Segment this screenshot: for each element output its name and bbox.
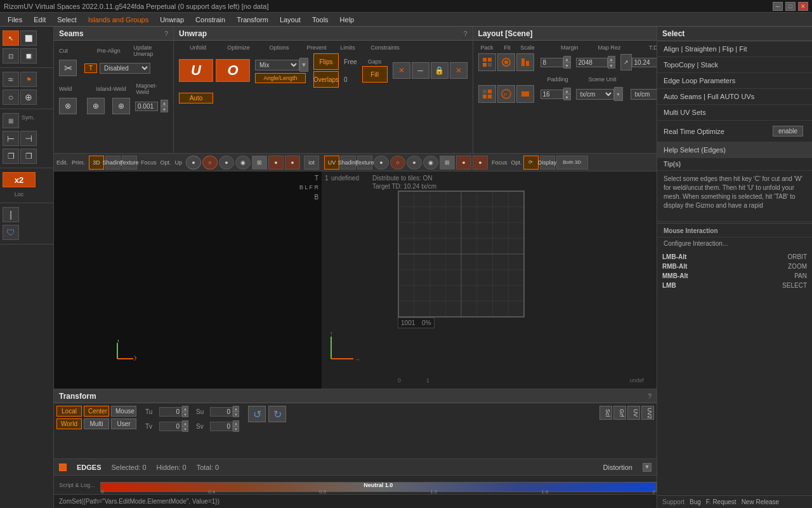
help-select-link[interactable]: Help Select (Edges) [657, 142, 812, 158]
vp-color-btn[interactable]: ● [268, 156, 284, 170]
constraint-x-btn[interactable]: ✕ [393, 62, 410, 79]
auto-btn[interactable]: Auto [179, 93, 213, 104]
mix-select[interactable]: Mix [255, 60, 299, 70]
constraint-line-btn[interactable]: ─ [412, 62, 429, 79]
globe-btn[interactable]: ⊕ [20, 90, 37, 105]
edge-loop-link[interactable]: Edge Loop Parameters [657, 73, 812, 89]
grf-tab[interactable]: Grf [613, 406, 626, 420]
constraint-lock-btn[interactable]: 🔒 [431, 62, 449, 79]
uv2-tab-btn[interactable]: UV2 [641, 406, 654, 420]
rect-select-btn[interactable]: ⬜ [20, 30, 37, 46]
sv-input[interactable] [210, 422, 233, 431]
sphere-btn[interactable]: ○ [3, 90, 19, 105]
script-log-label[interactable]: Script & Log... [54, 482, 100, 488]
menu-files[interactable]: Files [3, 15, 27, 25]
bug-link[interactable]: Bug [690, 498, 701, 505]
fit2-btn[interactable]: P [497, 85, 515, 103]
select-tool-btn[interactable]: ↖ [3, 30, 19, 46]
up-tab-3d[interactable]: Up [175, 159, 183, 166]
vp-color2-btn[interactable]: ● [285, 156, 300, 170]
padding-spin-up[interactable]: ▲ [563, 88, 571, 94]
menu-tools[interactable]: Tools [307, 15, 334, 25]
tv-spin-up[interactable]: ▲ [182, 420, 188, 426]
menu-edit[interactable]: Edit [29, 15, 51, 25]
uv-tab-btn[interactable]: UV [627, 406, 640, 420]
uv-wire-btn[interactable]: ○ [390, 156, 405, 170]
weld-spin-down[interactable]: ▼ [160, 106, 168, 112]
uv-viewport[interactable]: UV Shading Texture ● ○ ● ◉ ⊞ ● ● Focus O… [322, 154, 657, 389]
vp-wire-btn[interactable]: ○ [202, 156, 218, 170]
vp-flat-btn[interactable]: ● [219, 156, 234, 170]
magnet-weld-btn[interactable]: ⊕ [112, 98, 130, 114]
3d-viewport[interactable]: Edit. Prim. 3D Shading Texture Focus Opt… [54, 154, 322, 389]
scene-unit-expand[interactable]: ▼ [614, 87, 623, 101]
uv-sphere-btn[interactable]: ● [374, 156, 389, 170]
close-button[interactable]: ✕ [798, 2, 808, 11]
constraint-x2-btn[interactable]: ✕ [450, 62, 468, 79]
map-rez-input[interactable] [576, 58, 608, 67]
pack2-btn[interactable] [478, 85, 496, 103]
td-target-input[interactable] [632, 58, 657, 67]
uv-shading-tab[interactable]: Shading [341, 156, 356, 170]
multi-uv-link[interactable]: Multi UV Sets [657, 105, 812, 121]
mouse-btn[interactable]: Mouse [111, 406, 136, 417]
island-b-btn[interactable]: ❒ [20, 149, 37, 164]
angle-length-btn[interactable]: Angle/Length [255, 73, 306, 83]
vp-mode-btn[interactable]: iot [304, 156, 319, 170]
maximize-button[interactable]: □ [785, 2, 796, 11]
tu-input[interactable] [159, 407, 182, 417]
x2-btn[interactable]: x2 [3, 172, 36, 187]
auto-seams-link[interactable]: Auto Seams | Full AUTO UVs [657, 89, 812, 105]
menu-help[interactable]: Help [335, 15, 360, 25]
sv-spin-up[interactable]: ▲ [233, 420, 239, 426]
sym-a-btn[interactable]: ⊢ [3, 131, 19, 146]
frequest-link[interactable]: F. Request [706, 498, 737, 505]
uv-texture-tab[interactable]: Texture [357, 156, 372, 170]
flips-btn[interactable]: Flips [313, 53, 339, 70]
menu-select[interactable]: Select [52, 15, 82, 25]
pre-align-select[interactable]: Disabled [100, 63, 150, 74]
flag-btn[interactable]: ⚑ [20, 72, 37, 87]
tu-spin-up[interactable]: ▲ [182, 406, 188, 411]
edit-tab[interactable]: Edit. [56, 159, 68, 166]
uv-flat-btn[interactable]: ● [407, 156, 422, 170]
uv-check-btn[interactable]: ⊞ [440, 156, 455, 170]
map-rez-spin-down[interactable]: ▼ [608, 62, 615, 69]
user-btn[interactable]: User [111, 418, 136, 429]
configure-link[interactable]: Configure Interaction... [657, 237, 812, 250]
new-release-link[interactable]: New Release [742, 498, 779, 505]
uv-canvas[interactable]: undefined Distribute to tiles: ON Target… [322, 171, 657, 389]
world-btn[interactable]: World [56, 418, 82, 429]
edge-select-btn[interactable]: 🔲 [20, 48, 37, 64]
vp-sphere-btn[interactable]: ● [186, 156, 201, 170]
prim-tab[interactable]: Prim. [72, 159, 85, 166]
tu-spin-down[interactable]: ▼ [182, 411, 188, 417]
unfold-btn[interactable]: U [179, 59, 213, 82]
grid-btn[interactable]: ⊞ [3, 113, 19, 128]
uv-tab[interactable]: UV [324, 156, 339, 170]
menu-layout[interactable]: Layout [275, 15, 306, 25]
weld-btn[interactable]: ⊗ [59, 98, 77, 114]
optimize-btn[interactable]: O [216, 59, 250, 82]
scale2-btn[interactable] [516, 85, 534, 103]
undo-arrow-btn[interactable]: ↺ [248, 406, 266, 422]
weld-value-input[interactable] [135, 102, 158, 111]
vp-check-btn[interactable]: ⊞ [252, 156, 267, 170]
margin-spin-down[interactable]: ▼ [563, 62, 571, 69]
vp-mat-btn[interactable]: ◉ [235, 156, 251, 170]
center-btn[interactable]: Center [84, 406, 109, 417]
menu-constrain[interactable]: Constrain [190, 15, 230, 25]
uv-orbit-btn[interactable]: ⟳ [523, 156, 539, 170]
enable-button[interactable]: enable [773, 126, 803, 137]
weld-spin-up[interactable]: ▲ [160, 100, 168, 106]
minimize-button[interactable]: ─ [773, 2, 783, 11]
seams-help[interactable]: ? [164, 30, 168, 37]
pre-align-t-btn[interactable]: T [84, 64, 97, 73]
distortion-expand[interactable]: ▼ [643, 463, 652, 472]
menu-transform[interactable]: Transform [232, 15, 273, 25]
padding-input[interactable] [540, 90, 563, 99]
focus-tab-3d[interactable]: Focus [141, 159, 157, 166]
pin-btn[interactable]: | [3, 207, 19, 222]
opt-tab-3d[interactable]: Opt. [160, 159, 171, 166]
3d-tab[interactable]: 3D [89, 156, 104, 170]
